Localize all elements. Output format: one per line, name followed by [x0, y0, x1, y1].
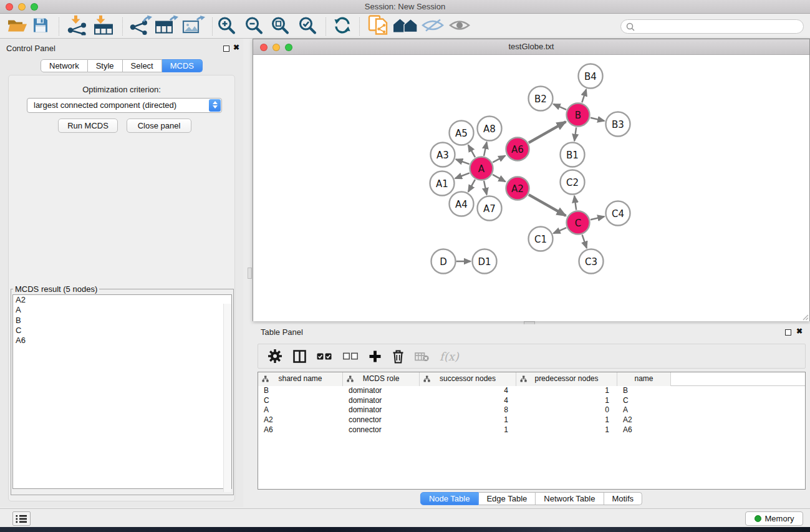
- edge-A2-C[interactable]: [529, 195, 566, 216]
- graph-node-C[interactable]: C: [567, 211, 590, 235]
- export-network-icon[interactable]: [128, 16, 152, 37]
- list-item[interactable]: A2: [13, 295, 231, 305]
- tab-motifs[interactable]: Motifs: [604, 492, 642, 505]
- table-row[interactable]: Bdominator41B: [258, 386, 805, 396]
- graph-node-A[interactable]: A: [470, 157, 493, 180]
- tab-network-table[interactable]: Network Table: [536, 492, 604, 505]
- close-panel-button[interactable]: Close panel: [127, 118, 191, 133]
- close-panel-icon[interactable]: ✖: [796, 327, 803, 336]
- graph-node-B1[interactable]: B1: [561, 143, 585, 167]
- run-mcds-button[interactable]: Run MCDS: [58, 118, 118, 133]
- import-table-icon[interactable]: [92, 16, 115, 37]
- graph-node-D1[interactable]: D1: [473, 249, 497, 274]
- tab-select[interactable]: Select: [123, 59, 162, 72]
- list-item[interactable]: A: [13, 305, 231, 315]
- export-table-icon[interactable]: [155, 16, 178, 37]
- dropdown-stepper-icon[interactable]: [209, 99, 221, 112]
- close-window-button[interactable]: [260, 44, 268, 51]
- table-options-gear-icon[interactable]: [268, 349, 282, 364]
- edge-C-C2[interactable]: [574, 196, 576, 210]
- graph-node-A3[interactable]: A3: [431, 143, 455, 167]
- delete-column-icon[interactable]: [392, 349, 404, 364]
- edge-A-A8[interactable]: [484, 142, 486, 156]
- graph-node-A2[interactable]: A2: [506, 177, 529, 200]
- table-row[interactable]: A6connector11A6: [258, 425, 805, 435]
- graph-node-B3[interactable]: B3: [606, 112, 630, 137]
- select-all-columns-icon[interactable]: [317, 352, 332, 360]
- home-icon[interactable]: [393, 17, 418, 36]
- table-row[interactable]: Adominator80A: [258, 405, 805, 415]
- search-input[interactable]: [638, 22, 803, 31]
- graph-node-A5[interactable]: A5: [450, 121, 474, 145]
- column-header-shared-name[interactable]: shared name: [258, 372, 343, 386]
- add-column-icon[interactable]: [369, 350, 382, 363]
- resize-grip-icon[interactable]: [802, 314, 809, 321]
- edge-C-C3[interactable]: [582, 235, 587, 248]
- scrollbar[interactable]: [223, 304, 231, 492]
- minimize-window-button[interactable]: [272, 44, 280, 51]
- graph-node-A1[interactable]: A1: [430, 172, 455, 196]
- graph-node-C2[interactable]: C2: [561, 170, 585, 195]
- list-item[interactable]: A6: [13, 336, 231, 346]
- edge-A-A1[interactable]: [455, 173, 470, 178]
- tab-edge-table[interactable]: Edge Table: [478, 492, 536, 505]
- graph-node-B4[interactable]: B4: [579, 64, 603, 89]
- tab-network[interactable]: Network: [41, 59, 88, 72]
- column-header-name[interactable]: name: [617, 372, 671, 386]
- open-file-icon[interactable]: [7, 17, 27, 36]
- graph-node-B[interactable]: B: [567, 104, 590, 127]
- optimization-criterion-dropdown[interactable]: largest connected component (directed): [27, 98, 222, 113]
- edge-A-A2[interactable]: [493, 175, 505, 181]
- graph-node-A8[interactable]: A8: [478, 117, 502, 141]
- edge-B-B2[interactable]: [554, 104, 567, 110]
- graph-node-A4[interactable]: A4: [450, 192, 474, 216]
- hide-annotations-icon[interactable]: [422, 17, 444, 36]
- refresh-view-icon[interactable]: [333, 16, 352, 37]
- zoom-out-icon[interactable]: [244, 16, 263, 37]
- column-header-predecessor-nodes[interactable]: predecessor nodes: [516, 372, 617, 386]
- show-graphics-details-icon[interactable]: [449, 19, 470, 34]
- edge-A-A3[interactable]: [456, 160, 469, 165]
- table-row[interactable]: A2connector11A2: [258, 415, 805, 425]
- edge-A-A6[interactable]: [493, 156, 505, 163]
- save-session-icon[interactable]: [32, 17, 49, 36]
- edge-C-C1[interactable]: [554, 228, 567, 233]
- edge-C-C4[interactable]: [591, 216, 604, 220]
- export-image-icon[interactable]: [182, 16, 205, 37]
- vertical-splitter-handle[interactable]: [248, 268, 252, 279]
- minimize-window-button[interactable]: [18, 3, 26, 11]
- zoom-window-button[interactable]: [285, 44, 292, 51]
- close-panel-icon[interactable]: ✖: [233, 43, 239, 52]
- close-window-button[interactable]: [6, 3, 13, 11]
- list-item[interactable]: C: [13, 326, 231, 336]
- network-canvas[interactable]: B4B2BB3A8A5A6A3B1AA1C2A2A4A7C4CC1C3DD1: [253, 56, 809, 321]
- zoom-in-icon[interactable]: [217, 16, 236, 37]
- edge-A-A5[interactable]: [468, 145, 475, 158]
- graph-node-C3[interactable]: C3: [579, 249, 604, 274]
- column-header-successor-nodes[interactable]: successor nodes: [420, 372, 516, 386]
- graph-node-C4[interactable]: C4: [606, 201, 630, 226]
- edge-A-A7[interactable]: [484, 181, 486, 195]
- list-item[interactable]: B: [13, 316, 231, 326]
- task-history-button[interactable]: [12, 511, 31, 526]
- column-header-mcds-role[interactable]: MCDS role: [343, 372, 420, 386]
- show-columns-icon[interactable]: [293, 350, 306, 363]
- float-panel-icon[interactable]: [785, 329, 791, 336]
- graph-node-B2[interactable]: B2: [529, 87, 553, 111]
- zoom-fit-icon[interactable]: [271, 16, 289, 37]
- edge-B-B3[interactable]: [591, 118, 604, 121]
- edge-B-B1[interactable]: [574, 127, 576, 140]
- edge-B-B4[interactable]: [582, 89, 586, 102]
- graph-node-A7[interactable]: A7: [478, 196, 502, 221]
- float-panel-icon[interactable]: [223, 46, 229, 52]
- tab-node-table[interactable]: Node Table: [420, 492, 479, 505]
- tab-style[interactable]: Style: [88, 59, 123, 72]
- zoom-window-button[interactable]: [31, 3, 38, 11]
- memory-button[interactable]: Memory: [745, 511, 803, 526]
- deselect-all-columns-icon[interactable]: [343, 352, 358, 360]
- zoom-selected-icon[interactable]: [298, 16, 317, 37]
- edge-A-A4[interactable]: [468, 180, 475, 192]
- network-graph[interactable]: B4B2BB3A8A5A6A3B1AA1C2A2A4A7C4CC1C3DD1: [253, 56, 809, 321]
- graph-node-A6[interactable]: A6: [506, 138, 529, 161]
- tab-mcds[interactable]: MCDS: [162, 59, 203, 72]
